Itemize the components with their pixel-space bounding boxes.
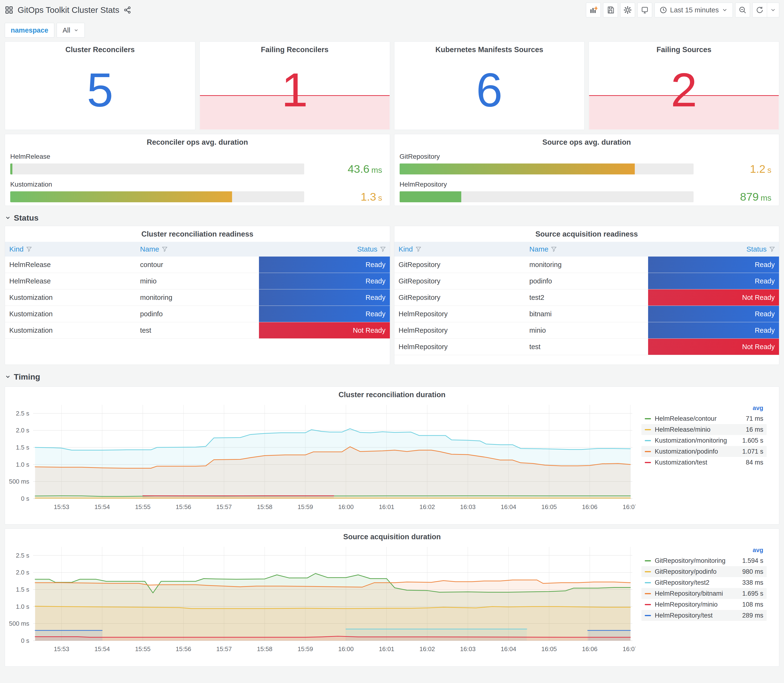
dashboard-settings-button[interactable] — [620, 3, 635, 18]
legend-item[interactable]: Kustomization/monitoring1.605 s — [641, 435, 766, 446]
filter-icon[interactable] — [162, 246, 168, 252]
bar-gauge-track — [399, 191, 694, 202]
zoom-out-button[interactable] — [735, 3, 750, 18]
refresh-button[interactable] — [752, 3, 767, 18]
share-icon[interactable] — [123, 6, 131, 14]
svg-text:1.0 s: 1.0 s — [16, 461, 29, 468]
cell-kind: HelmRepository — [394, 306, 525, 322]
svg-text:16:02: 16:02 — [419, 503, 435, 510]
panel-title[interactable]: Cluster reconciliation duration — [5, 387, 779, 399]
table-row: GitRepositorypodinfoReady — [394, 273, 779, 289]
refresh-interval-dropdown[interactable] — [767, 3, 779, 18]
svg-text:15:56: 15:56 — [176, 645, 191, 653]
table-row: HelmRepositoryminioReady — [394, 322, 779, 339]
chevron-down-icon — [5, 374, 11, 380]
cell-name: podinfo — [136, 306, 259, 322]
filter-icon[interactable] — [551, 246, 557, 252]
legend-item[interactable]: GitRepository/podinfo980 ms — [641, 566, 766, 577]
bar-gauge-fill — [10, 191, 232, 202]
bar-gauge-track — [399, 164, 694, 175]
svg-text:16:04: 16:04 — [501, 645, 516, 653]
chevron-down-icon — [74, 27, 79, 33]
svg-text:16:05: 16:05 — [542, 645, 557, 653]
filter-icon[interactable] — [769, 246, 775, 252]
bar-gauge-value: 1.2s — [694, 162, 774, 175]
column-header-name[interactable]: Name — [136, 242, 259, 257]
section-status[interactable]: Status — [5, 212, 779, 223]
cell-status: Ready — [259, 273, 390, 289]
column-header-name[interactable]: Name — [525, 242, 648, 257]
legend-item[interactable]: GitRepository/test2338 ms — [641, 577, 766, 588]
legend-item[interactable]: HelmRepository/bitnami1.695 s — [641, 588, 766, 599]
time-range-picker[interactable]: Last 15 minutes — [654, 3, 733, 18]
add-panel-button[interactable] — [586, 3, 601, 18]
bar-gauge-label: HelmRelease — [10, 153, 385, 160]
readiness-table: KindNameStatus HelmReleasecontourReadyHe… — [5, 242, 390, 339]
stat-value: 1 — [200, 42, 390, 130]
status-badge: Ready — [648, 273, 779, 289]
cell-kind: HelmRelease — [5, 257, 136, 273]
dashboard-grid-icon[interactable] — [5, 6, 13, 14]
column-header-kind[interactable]: Kind — [394, 242, 525, 257]
panel-title[interactable]: Reconciler ops avg. duration — [5, 134, 390, 147]
legend-series-avg: 84 ms — [746, 459, 763, 466]
cell-name: monitoring — [136, 289, 259, 306]
cell-status: Ready — [648, 322, 779, 339]
legend-series-avg: 1.594 s — [742, 557, 763, 564]
column-header-kind[interactable]: Kind — [5, 242, 136, 257]
panel-title[interactable]: Cluster reconciliation readiness — [5, 226, 390, 239]
svg-text:15:57: 15:57 — [216, 503, 232, 510]
table-row: KustomizationmonitoringReady — [5, 289, 390, 306]
variable-namespace-value-dropdown[interactable]: All — [57, 23, 85, 38]
time-series-plot[interactable]: 15:5315:5415:5515:5615:5715:5815:5916:00… — [7, 543, 636, 654]
legend-series-swatch — [645, 571, 651, 572]
svg-text:1.0 s: 1.0 s — [16, 603, 29, 610]
filter-icon[interactable] — [26, 246, 32, 252]
legend-series-name: GitRepository/podinfo — [655, 568, 742, 576]
cycle-view-mode-button[interactable] — [637, 3, 652, 18]
legend-item[interactable]: HelmRelease/minio16 ms — [641, 424, 766, 435]
legend-series-swatch — [645, 593, 651, 594]
cell-name: monitoring — [525, 257, 648, 273]
svg-text:16:04: 16:04 — [501, 503, 516, 510]
legend-series-avg: 980 ms — [742, 568, 763, 576]
save-dashboard-button[interactable] — [603, 3, 618, 18]
legend-series-avg: 1.695 s — [742, 590, 763, 597]
section-timing[interactable]: Timing — [5, 371, 779, 382]
svg-text:15:57: 15:57 — [216, 645, 232, 653]
legend-series-name: HelmRepository/minio — [655, 601, 742, 608]
legend-item[interactable]: HelmRelease/contour71 ms — [641, 413, 766, 424]
panel-title[interactable]: Source acquisition readiness — [394, 226, 779, 239]
legend-item[interactable]: GitRepository/monitoring1.594 s — [641, 555, 766, 566]
filter-icon[interactable] — [380, 246, 386, 252]
cell-status: Ready — [648, 273, 779, 289]
svg-text:2.0 s: 2.0 s — [16, 569, 29, 576]
column-header-status[interactable]: Status — [259, 242, 390, 257]
panel-title[interactable]: Source acquisition duration — [5, 529, 779, 541]
legend-item[interactable]: Kustomization/podinfo1.071 s — [641, 446, 766, 457]
svg-text:15:53: 15:53 — [54, 645, 69, 653]
svg-text:16:00: 16:00 — [338, 503, 354, 510]
legend-avg-header[interactable]: avg — [641, 404, 766, 413]
bar-gauge-label: Kustomization — [10, 181, 385, 188]
panel-failing-reconcilers: Failing Reconcilers 1 — [199, 42, 390, 130]
legend-item[interactable]: HelmRepository/minio108 ms — [641, 599, 766, 610]
legend-item[interactable]: Kustomization/test84 ms — [641, 457, 766, 468]
legend-avg-header[interactable]: avg — [641, 547, 766, 555]
panel-title[interactable]: Source ops avg. duration — [394, 134, 779, 147]
cell-status: Not Ready — [648, 339, 779, 355]
variables-row: namespace All — [5, 23, 779, 38]
time-series-plot[interactable]: 15:5315:5415:5515:5615:5715:5815:5916:00… — [7, 401, 636, 512]
bar-gauge-value: 43.6ms — [304, 162, 385, 175]
svg-text:2.5 s: 2.5 s — [16, 410, 29, 417]
status-badge: Not Ready — [259, 322, 390, 338]
bar-gauge-label: HelmRepository — [399, 181, 774, 188]
table-header-row: KindNameStatus — [5, 242, 390, 257]
cell-status: Ready — [259, 289, 390, 306]
section-timing-label: Timing — [14, 372, 40, 382]
svg-text:1.5 s: 1.5 s — [16, 586, 29, 593]
column-header-status[interactable]: Status — [648, 242, 779, 257]
legend-item[interactable]: HelmRepository/test289 ms — [641, 610, 766, 621]
filter-icon[interactable] — [415, 246, 422, 252]
legend-series-avg: 71 ms — [746, 415, 763, 422]
